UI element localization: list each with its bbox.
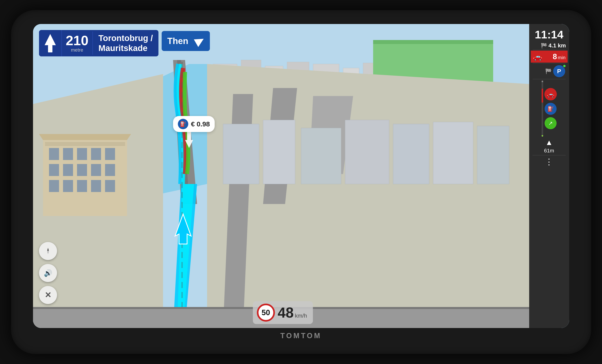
- traffic-time-unit: min: [558, 55, 566, 60]
- speed-unit: km/h: [295, 313, 307, 319]
- route-button[interactable]: ↗: [545, 117, 557, 129]
- nav-distance-unit: metre: [71, 47, 83, 53]
- svg-rect-31: [49, 164, 59, 176]
- separator-2: [533, 63, 566, 64]
- nav-street-line2: Mauritskade: [98, 43, 153, 53]
- current-speed-value: 48: [278, 304, 294, 321]
- svg-rect-39: [91, 180, 101, 192]
- separator-4: [533, 155, 566, 155]
- svg-rect-47: [433, 122, 473, 184]
- svg-rect-35: [105, 164, 115, 176]
- nav-street-line1: Torontobrug /: [98, 33, 153, 43]
- brand-label: TOMTOM: [280, 332, 322, 340]
- svg-rect-44: [301, 128, 341, 184]
- separator-3: [533, 79, 566, 79]
- svg-rect-33: [77, 164, 87, 176]
- speed-limit-sign: 50: [257, 304, 275, 321]
- svg-rect-26: [49, 148, 59, 160]
- nav-street-container: Torontobrug / Mauritskade: [93, 30, 159, 56]
- svg-rect-25: [45, 142, 125, 146]
- svg-rect-29: [91, 148, 101, 160]
- svg-rect-37: [63, 180, 73, 192]
- traffic-car-button[interactable]: 🚗: [544, 88, 557, 100]
- speed-info-container: 50 48 km/h: [253, 301, 313, 324]
- left-controls: 🔊 ✕: [39, 242, 57, 304]
- map-scene: [33, 24, 569, 328]
- eta-distance: 4.1 km: [548, 43, 566, 49]
- nav-direction-arrow: ▲: [545, 138, 553, 147]
- svg-rect-36: [49, 180, 59, 192]
- svg-rect-45: [345, 120, 389, 184]
- nav-distance-number: 210: [66, 34, 88, 47]
- separator-1: [533, 50, 566, 50]
- svg-rect-43: [263, 120, 295, 184]
- nav-arrow-container: [39, 30, 62, 56]
- current-time: 11:14: [535, 28, 563, 41]
- svg-rect-34: [91, 164, 101, 176]
- compass-button[interactable]: [39, 242, 57, 260]
- traffic-car-icon: 🚗: [533, 52, 542, 61]
- checkered-flag-icon: 🏁: [541, 43, 547, 49]
- parking-button[interactable]: P: [553, 65, 565, 77]
- svg-rect-42: [223, 124, 259, 184]
- flag-icon: 🏁: [545, 68, 552, 75]
- svg-rect-46: [393, 124, 429, 184]
- close-icon: ✕: [45, 290, 51, 300]
- sound-button[interactable]: 🔊: [39, 264, 57, 282]
- current-speed-container: 48 km/h: [278, 304, 307, 321]
- sound-icon: 🔊: [44, 269, 52, 277]
- svg-marker-41: [39, 134, 131, 140]
- nav-then-label: Then: [167, 36, 188, 46]
- gas-button[interactable]: ⛽: [545, 103, 557, 115]
- right-panel: 11:14 🏁 4.1 km 🚗 8 min 🏁 P: [529, 24, 569, 328]
- nav-header: 210 metre Torontobrug / Mauritskade Then: [39, 30, 210, 56]
- speed-limit-value: 50: [262, 308, 270, 317]
- gas-station-icon: ⛽: [178, 119, 188, 129]
- nav-distance-container: 210 metre: [62, 32, 93, 55]
- svg-marker-53: [47, 251, 49, 254]
- gas-price: € 0.98: [191, 120, 210, 128]
- svg-rect-27: [63, 148, 73, 160]
- svg-marker-12: [373, 40, 493, 44]
- device-body: 210 metre Torontobrug / Mauritskade Then…: [11, 10, 591, 354]
- svg-rect-38: [77, 180, 87, 192]
- svg-rect-28: [77, 148, 87, 160]
- parking-available-indicator: [563, 64, 566, 68]
- svg-rect-48: [477, 126, 509, 184]
- device-screen: 210 metre Torontobrug / Mauritskade Then…: [33, 24, 569, 328]
- traffic-time-value: 8: [553, 52, 557, 61]
- svg-rect-30: [105, 148, 115, 160]
- svg-rect-40: [105, 180, 115, 192]
- svg-rect-32: [63, 164, 73, 176]
- more-options-button[interactable]: ⋮: [545, 157, 554, 167]
- svg-marker-17: [207, 64, 529, 328]
- gas-station-marker[interactable]: ⛽ € 0.98: [173, 116, 215, 132]
- nav-instruction-box[interactable]: 210 metre Torontobrug / Mauritskade: [39, 30, 159, 56]
- svg-marker-52: [47, 248, 49, 251]
- panel-distance-small: 61m: [544, 148, 554, 154]
- close-button[interactable]: ✕: [39, 286, 57, 304]
- nav-then-box[interactable]: Then: [162, 31, 210, 51]
